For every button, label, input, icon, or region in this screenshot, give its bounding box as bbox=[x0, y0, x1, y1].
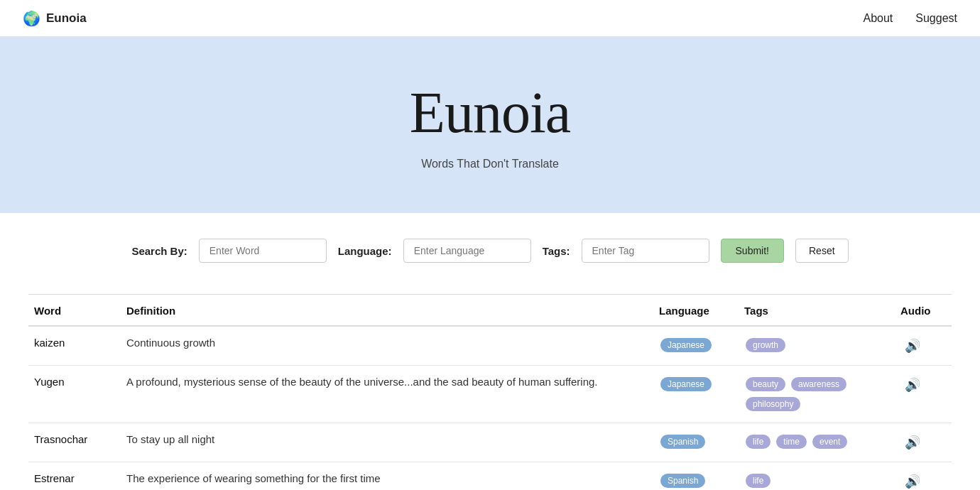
table-row: kaizenContinuous growthJapanesegrowth🔊 bbox=[28, 326, 952, 366]
language-label: Language: bbox=[338, 245, 392, 257]
cell-word: Trasnochar bbox=[28, 423, 121, 462]
cell-language: Japanese bbox=[653, 326, 739, 366]
cell-language: Japanese bbox=[653, 366, 739, 423]
col-header-language: Language bbox=[653, 295, 739, 326]
cell-definition: To stay up all night bbox=[121, 423, 653, 462]
language-badge: Spanish bbox=[660, 435, 705, 449]
cell-tags: beautyawarenessphilosophy bbox=[739, 366, 895, 423]
col-header-definition: Definition bbox=[121, 295, 653, 326]
search-section: Search By: Language: Tags: Submit! Reset bbox=[0, 213, 980, 280]
cell-tags: growth bbox=[739, 326, 895, 366]
language-badge: Japanese bbox=[660, 338, 712, 352]
cell-definition: Continuous growth bbox=[121, 326, 653, 366]
reset-button[interactable]: Reset bbox=[795, 239, 849, 263]
brand-name: Eunoia bbox=[46, 11, 87, 26]
cell-tags: life bbox=[739, 462, 895, 491]
navbar: 🌍 Eunoia About Suggest bbox=[0, 0, 980, 37]
globe-icon: 🌍 bbox=[23, 10, 40, 27]
tag-badge: time bbox=[776, 435, 807, 449]
table-row: EstrenarThe experience of wearing someth… bbox=[28, 462, 952, 491]
cell-audio: 🔊 bbox=[895, 423, 952, 462]
cell-word: Estrenar bbox=[28, 462, 121, 491]
table-section: Word Definition Language Tags Audio kaiz… bbox=[0, 295, 980, 490]
tag-badge: life bbox=[746, 474, 771, 488]
tag-badge: event bbox=[812, 435, 847, 449]
tag-badge: philosophy bbox=[746, 397, 800, 411]
cell-audio: 🔊 bbox=[895, 326, 952, 366]
tag-badge: growth bbox=[746, 338, 785, 352]
col-header-word: Word bbox=[28, 295, 121, 326]
hero-subtitle: Words That Don't Translate bbox=[14, 158, 966, 170]
cell-definition: The experience of wearing something for … bbox=[121, 462, 653, 491]
cell-definition: A profound, mysterious sense of the beau… bbox=[121, 366, 653, 423]
brand-link[interactable]: 🌍 Eunoia bbox=[23, 10, 87, 27]
tags-label: Tags: bbox=[543, 245, 570, 257]
col-header-audio: Audio bbox=[895, 295, 952, 326]
audio-button[interactable]: 🔊 bbox=[900, 376, 925, 394]
language-badge: Japanese bbox=[660, 377, 712, 391]
search-input[interactable] bbox=[199, 239, 327, 263]
col-header-tags: Tags bbox=[739, 295, 895, 326]
search-bar: Search By: Language: Tags: Submit! Reset bbox=[57, 239, 923, 263]
cell-tags: lifetimeevent bbox=[739, 423, 895, 462]
nav-links: About Suggest bbox=[863, 12, 957, 25]
tags-input[interactable] bbox=[582, 239, 709, 263]
tag-badge: awareness bbox=[791, 377, 846, 391]
language-input[interactable] bbox=[403, 239, 531, 263]
tag-badge: beauty bbox=[746, 377, 785, 391]
submit-button[interactable]: Submit! bbox=[721, 239, 784, 263]
tag-badge: life bbox=[746, 435, 771, 449]
table-header-row: Word Definition Language Tags Audio bbox=[28, 295, 952, 326]
cell-language: Spanish bbox=[653, 462, 739, 491]
hero-title: Eunoia bbox=[14, 80, 966, 146]
cell-language: Spanish bbox=[653, 423, 739, 462]
cell-word: kaizen bbox=[28, 326, 121, 366]
cell-audio: 🔊 bbox=[895, 462, 952, 491]
audio-button[interactable]: 🔊 bbox=[900, 337, 925, 355]
search-by-label: Search By: bbox=[131, 245, 187, 257]
nav-about-link[interactable]: About bbox=[863, 12, 893, 25]
language-badge: Spanish bbox=[660, 474, 705, 488]
audio-button[interactable]: 🔊 bbox=[900, 433, 925, 452]
audio-button[interactable]: 🔊 bbox=[900, 472, 925, 490]
hero-section: Eunoia Words That Don't Translate bbox=[0, 37, 980, 213]
words-table: Word Definition Language Tags Audio kaiz… bbox=[28, 295, 952, 490]
cell-word: Yugen bbox=[28, 366, 121, 423]
table-row: YugenA profound, mysterious sense of the… bbox=[28, 366, 952, 423]
cell-audio: 🔊 bbox=[895, 366, 952, 423]
nav-suggest-link[interactable]: Suggest bbox=[915, 12, 957, 25]
table-row: TrasnocharTo stay up all nightSpanishlif… bbox=[28, 423, 952, 462]
